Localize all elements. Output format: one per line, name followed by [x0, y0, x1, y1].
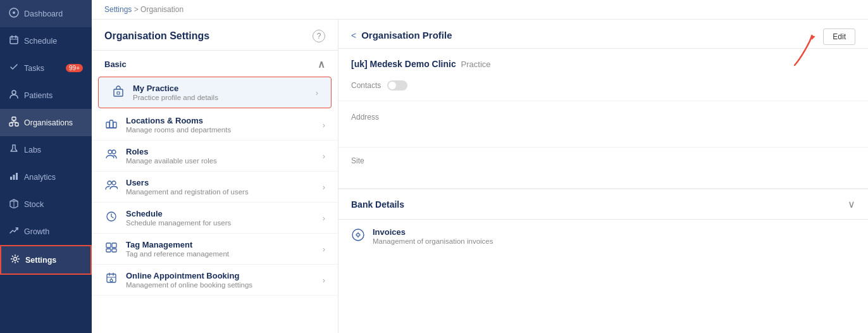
svg-rect-21	[106, 122, 109, 128]
contacts-toggle[interactable]	[387, 80, 407, 91]
svg-point-41	[352, 229, 364, 241]
sidebar-item-dashboard[interactable]: Dashboard	[0, 0, 92, 27]
settings-item-users[interactable]: Users Management and registration of use…	[92, 172, 338, 203]
svg-rect-31	[112, 243, 116, 248]
sidebar-item-organisations[interactable]: Organisations	[0, 109, 92, 136]
schedule-settings-icon	[104, 210, 118, 226]
sidebar-item-labs[interactable]: Labs	[0, 136, 92, 163]
svg-rect-23	[113, 122, 116, 128]
settings-list: My Practice Practice profile and details…	[92, 75, 338, 333]
locations-rooms-title: Locations & Rooms	[126, 116, 315, 125]
locations-rooms-subtitle: Manage rooms and departments	[126, 126, 315, 134]
address-label: Address	[351, 113, 855, 122]
profile-title: Organisation Profile	[361, 30, 452, 41]
settings-item-roles[interactable]: Roles Manage available user roles ›	[92, 141, 338, 172]
tag-management-subtitle: Tag and reference management	[126, 250, 315, 258]
profile-back-button[interactable]: <	[351, 30, 356, 41]
invoices-title: Invoices	[373, 227, 493, 237]
svg-point-6	[12, 91, 16, 94]
clinic-name: [uk] Medesk Demo Clinic Practice	[338, 49, 868, 74]
section-label: Basic	[104, 60, 127, 69]
site-value	[351, 169, 855, 179]
svg-rect-14	[13, 175, 15, 180]
contacts-section: Contacts	[338, 74, 868, 101]
address-section: Address	[338, 101, 868, 148]
sidebar-item-settings[interactable]: Settings	[0, 245, 92, 275]
users-text: Users Management and registration of use…	[126, 178, 315, 196]
breadcrumb-parent[interactable]: Settings	[104, 5, 132, 14]
svg-point-27	[108, 181, 111, 185]
stock-icon	[9, 198, 19, 210]
svg-rect-32	[106, 249, 111, 252]
svg-point-25	[108, 150, 112, 154]
settings-section-basic: Basic ∧	[92, 51, 338, 75]
users-icon	[104, 179, 118, 195]
svg-point-28	[112, 181, 116, 185]
bank-details-title: Bank Details	[351, 199, 404, 210]
tag-management-icon	[104, 241, 118, 257]
profile-header: < Organisation Profile	[338, 20, 868, 49]
sidebar-item-label: Stock	[24, 200, 44, 209]
sidebar-item-patients[interactable]: Patients	[0, 82, 92, 109]
svg-point-38	[110, 279, 113, 282]
schedule-title: Schedule	[126, 209, 315, 218]
sidebar-item-label: Labs	[24, 146, 41, 154]
settings-item-schedule[interactable]: Schedule Schedule management for users ›	[92, 203, 338, 234]
roles-arrow: ›	[323, 151, 325, 161]
settings-panel-title: Organisation Settings	[104, 30, 209, 42]
help-icon[interactable]: ?	[313, 30, 325, 42]
collapse-icon[interactable]: ∧	[318, 58, 325, 70]
svg-rect-30	[106, 243, 111, 248]
sidebar-item-schedule[interactable]: Schedule	[0, 27, 92, 54]
site-section: Site	[338, 148, 868, 189]
svg-rect-7	[12, 117, 16, 120]
analytics-icon	[9, 171, 19, 183]
schedule-arrow: ›	[323, 213, 325, 223]
locations-rooms-text: Locations & Rooms Manage rooms and depar…	[126, 116, 315, 134]
sidebar-item-tasks[interactable]: Tasks 99+	[0, 54, 92, 82]
breadcrumb-current: Organisation	[140, 5, 183, 14]
sidebar-item-label: Growth	[24, 227, 49, 236]
bank-details-section[interactable]: Bank Details ∨	[338, 189, 868, 220]
roles-title: Roles	[126, 147, 315, 156]
svg-rect-13	[10, 177, 12, 180]
practice-label: Practice	[461, 60, 491, 69]
my-practice-title: My Practice	[133, 84, 308, 93]
address-value	[351, 125, 855, 135]
locations-rooms-arrow: ›	[323, 120, 325, 130]
sidebar-item-growth[interactable]: Growth	[0, 218, 92, 245]
roles-text: Roles Manage available user roles	[126, 147, 315, 165]
sidebar-item-label: Dashboard	[24, 9, 63, 18]
svg-rect-15	[16, 173, 18, 180]
settings-item-my-practice[interactable]: My Practice Practice profile and details…	[98, 77, 332, 108]
bank-details-expand-icon[interactable]: ∨	[848, 198, 855, 210]
schedule-icon	[9, 35, 19, 47]
settings-item-tag-management[interactable]: Tag Management Tag and reference managem…	[92, 234, 338, 265]
settings-panel: Organisation Settings ? Basic ∧	[92, 20, 338, 333]
organisations-icon	[9, 116, 19, 129]
settings-item-locations-rooms[interactable]: Locations & Rooms Manage rooms and depar…	[92, 110, 338, 141]
users-title: Users	[126, 178, 315, 187]
sidebar-item-label: Patients	[24, 91, 53, 100]
edit-button[interactable]: Edit	[823, 28, 855, 45]
sidebar-item-analytics[interactable]: Analytics	[0, 163, 92, 191]
sidebar-item-stock[interactable]: Stock	[0, 191, 92, 218]
my-practice-subtitle: Practice profile and details	[133, 94, 308, 101]
schedule-text: Schedule Schedule management for users	[126, 209, 315, 227]
settings-header: Organisation Settings ?	[92, 20, 338, 51]
my-practice-text: My Practice Practice profile and details	[133, 84, 308, 101]
sidebar-item-label: Settings	[25, 256, 56, 265]
invoices-item[interactable]: Invoices Management of organisation invo…	[338, 220, 868, 253]
svg-rect-2	[10, 37, 18, 44]
svg-point-1	[13, 11, 15, 14]
invoices-text: Invoices Management of organisation invo…	[373, 227, 493, 245]
growth-icon	[9, 225, 19, 237]
sidebar: Dashboard Schedule Tasks 99+	[0, 0, 92, 333]
settings-item-online-booking[interactable]: Online Appointment Booking Management of…	[92, 265, 338, 296]
labs-icon	[9, 144, 19, 156]
online-booking-arrow: ›	[323, 275, 325, 285]
patients-icon	[9, 89, 19, 101]
site-label: Site	[351, 156, 855, 165]
tag-management-arrow: ›	[323, 244, 325, 254]
my-practice-arrow: ›	[316, 88, 318, 97]
